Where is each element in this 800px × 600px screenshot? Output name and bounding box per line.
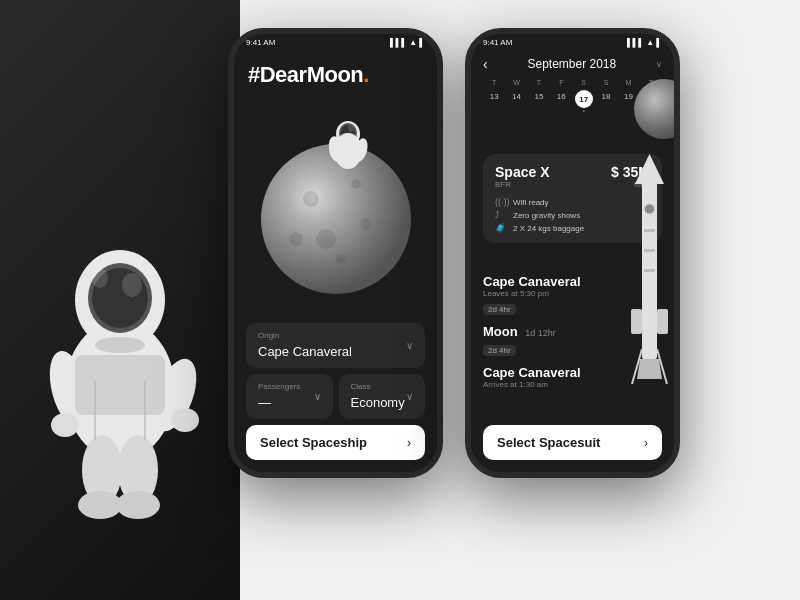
svg-point-25	[289, 232, 303, 246]
svg-point-21	[303, 191, 319, 207]
phone-right: 9:41 AM ▌▌▌ ▲ ▌ ‹ September 2018 ∨ T W T…	[465, 28, 680, 478]
time-left: 9:41 AM	[246, 38, 275, 47]
passengers-chevron-icon: ∨	[314, 391, 321, 402]
svg-rect-15	[75, 355, 165, 415]
gravity-icon: ⤴	[495, 210, 507, 220]
itin-item-canaveral-1: Cape Canaveral Leaves at 5:30 pm 2d 4hr	[483, 274, 624, 316]
svg-marker-35	[635, 154, 664, 184]
moon-scene	[234, 109, 437, 329]
passengers-field[interactable]: Passengers — ∨	[246, 374, 333, 419]
itinerary: Cape Canaveral Leaves at 5:30 pm 2d 4hr …	[483, 274, 624, 397]
class-field[interactable]: Class Economy ∨	[339, 374, 426, 419]
svg-point-24	[360, 218, 372, 230]
svg-point-9	[51, 413, 79, 437]
svg-point-4	[122, 273, 142, 297]
calendar-days-header: T W T F S S M T	[483, 79, 662, 86]
baggage-icon: 🧳	[495, 223, 507, 233]
select-spacesuit-button[interactable]: Select Spacesuit ›	[483, 425, 662, 460]
cal-day-17[interactable]: 17	[575, 90, 593, 108]
svg-point-26	[336, 254, 346, 264]
svg-rect-36	[631, 309, 642, 334]
svg-point-22	[351, 179, 361, 189]
astronaut-small	[326, 114, 371, 169]
astronaut-area	[0, 80, 240, 600]
svg-point-16	[95, 337, 145, 353]
svg-rect-40	[644, 249, 655, 252]
svg-marker-38	[637, 359, 662, 379]
cal-day-18[interactable]: 18	[595, 90, 617, 108]
calendar-dropdown-icon[interactable]: ∨	[656, 60, 662, 69]
origin-chevron-icon: ∨	[406, 340, 413, 351]
svg-point-13	[78, 491, 122, 519]
bottom-btn-right: Select Spacesuit ›	[471, 411, 674, 472]
svg-point-10	[171, 408, 199, 432]
status-bar-right: 9:41 AM ▌▌▌ ▲ ▌	[483, 38, 662, 47]
svg-rect-39	[644, 229, 655, 232]
svg-point-23	[316, 229, 336, 249]
svg-rect-41	[644, 269, 655, 272]
itin-item-canaveral-2: Cape Canaveral Arrives at 1:30 am	[483, 365, 624, 389]
cal-day-16[interactable]: 16	[550, 90, 572, 108]
title-area: #DearMoon.	[248, 62, 423, 88]
calendar-header: ‹ September 2018 ∨	[483, 56, 662, 72]
status-bar-left: 9:41 AM ▌▌▌ ▲ ▌	[246, 38, 425, 47]
dearmoon-title: #DearMoon.	[248, 62, 369, 87]
class-chevron-icon: ∨	[406, 391, 413, 402]
passengers-class-row: Passengers — ∨ Class Economy ∨	[246, 374, 425, 419]
svg-rect-37	[657, 309, 668, 334]
cal-day-13[interactable]: 13	[483, 90, 505, 108]
svg-point-19	[92, 268, 108, 288]
signal-right: ▌▌▌ ▲ ▌	[627, 38, 662, 47]
time-right: 9:41 AM	[483, 38, 512, 47]
bottom-form-left: Origin Cape Canaveral ∨ Passengers — ∨ C…	[234, 313, 437, 472]
phone-left: 9:41 AM ▌▌▌ ▲ ▌ #DearMoon.	[228, 28, 443, 478]
select-spaceship-button[interactable]: Select Spaceship ›	[246, 425, 425, 460]
origin-field[interactable]: Origin Cape Canaveral ∨	[246, 323, 425, 368]
calendar-back-icon[interactable]: ‹	[483, 56, 488, 72]
signal-left: ▌▌▌ ▲ ▌	[390, 38, 425, 47]
rocket-graphic	[627, 149, 672, 399]
svg-point-14	[116, 491, 160, 519]
select-spaceship-arrow-icon: ›	[407, 436, 411, 450]
cal-day-14[interactable]: 14	[505, 90, 527, 108]
select-spacesuit-arrow-icon: ›	[644, 436, 648, 450]
cal-day-15[interactable]: 15	[528, 90, 550, 108]
svg-point-42	[645, 204, 655, 214]
svg-point-30	[348, 125, 354, 132]
itin-item-moon: Moon 1d 12hr 2d 4hr	[483, 324, 624, 357]
wifi-icon: ((·))	[495, 197, 507, 207]
